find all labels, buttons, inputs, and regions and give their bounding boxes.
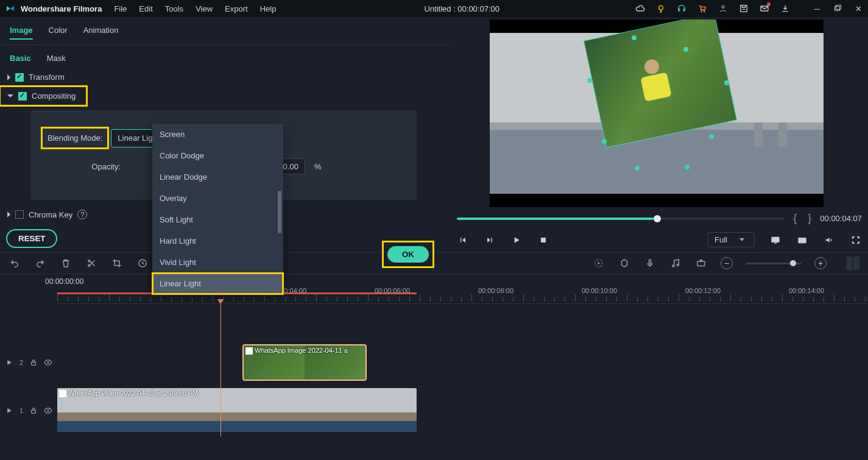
help-icon[interactable]: ? — [77, 210, 87, 219]
timeline: 00:00:00:00 00:00:04:0000:00:06:0000:00:… — [0, 274, 868, 437]
selection-handle[interactable] — [587, 78, 592, 83]
option-linear-dodge[interactable]: Linear Dodge — [152, 166, 283, 188]
seek-thumb[interactable] — [654, 215, 661, 222]
svg-point-13 — [88, 260, 90, 262]
tab-color[interactable]: Color — [49, 26, 68, 40]
overlay-clip[interactable]: WhatsApp Image 2022-04-11 a — [244, 345, 365, 380]
redo-icon[interactable] — [34, 257, 46, 269]
cart-icon[interactable] — [697, 4, 707, 13]
ruler-label: 00:00:08:00 — [478, 287, 513, 294]
snapshot-icon[interactable] — [796, 234, 808, 246]
crop-icon[interactable] — [111, 257, 123, 269]
selection-handle[interactable] — [709, 134, 714, 139]
eye-icon[interactable] — [44, 406, 52, 415]
compositing-checkbox[interactable] — [18, 92, 27, 101]
svg-point-18 — [677, 264, 679, 266]
speed-icon[interactable] — [136, 257, 149, 269]
svg-rect-16 — [649, 260, 651, 264]
selection-handle[interactable] — [635, 166, 640, 171]
zoom-thumb[interactable] — [790, 260, 796, 266]
option-linear-light[interactable]: Linear Light — [152, 273, 283, 294]
chroma-label: Chroma Key — [29, 210, 72, 219]
maximize-icon[interactable] — [833, 4, 842, 13]
video-track-1: 1 WhateApp Video 2022-04-12 at 2.09.56 P… — [0, 384, 868, 437]
stop-icon[interactable] — [537, 234, 549, 246]
timeline-mini-icon[interactable] — [846, 257, 859, 270]
audio-waveform — [57, 421, 417, 432]
option-hard-light[interactable]: Hard Light — [152, 230, 283, 252]
dropdown-scrollbar[interactable] — [278, 191, 281, 233]
svg-point-12 — [88, 264, 90, 266]
clip-label: WhateApp Video 2022-04-12 at 2.09.56 PM — [68, 389, 198, 397]
mark-in-icon[interactable]: { — [793, 212, 797, 225]
transform-checkbox[interactable] — [15, 73, 24, 82]
support-icon[interactable] — [677, 4, 686, 13]
render-icon[interactable] — [593, 257, 605, 269]
section-compositing[interactable]: Compositing — [0, 87, 86, 105]
step-fwd-icon[interactable] — [484, 234, 496, 246]
step-back-icon[interactable] — [457, 234, 469, 246]
fullscreen-icon[interactable] — [850, 234, 862, 246]
option-soft-light[interactable]: Soft Light — [152, 209, 283, 230]
opacity-unit: % — [314, 162, 322, 171]
selection-handle[interactable] — [685, 165, 690, 169]
menu-view[interactable]: View — [196, 4, 213, 13]
subtab-mask[interactable]: Mask — [47, 54, 66, 63]
eye-icon[interactable] — [44, 358, 52, 367]
option-color-dodge[interactable]: Color Dodge — [152, 145, 283, 166]
undo-icon[interactable] — [9, 257, 21, 269]
zoom-slider[interactable] — [746, 263, 801, 264]
zoom-in-icon[interactable]: + — [814, 257, 827, 269]
track-head-1: 1 — [0, 406, 57, 415]
selection-handle[interactable] — [632, 35, 637, 40]
minimize-icon[interactable]: ─ — [812, 4, 822, 13]
section-transform[interactable]: Transform — [0, 68, 451, 87]
close-icon[interactable]: ✕ — [853, 4, 863, 13]
option-overlay[interactable]: Overlay — [152, 188, 283, 209]
preview-seekbar[interactable] — [457, 218, 785, 220]
volume-icon[interactable] — [823, 234, 835, 246]
preview-timecode: 00:00:04:07 — [820, 214, 862, 223]
quality-select[interactable]: Full — [708, 232, 755, 247]
playhead[interactable] — [221, 304, 221, 437]
chevron-down-icon — [739, 238, 744, 241]
delete-icon[interactable] — [60, 257, 72, 269]
keyframe-icon[interactable] — [695, 257, 707, 269]
menu-file[interactable]: File — [114, 4, 127, 13]
menu-help[interactable]: Help — [260, 4, 277, 13]
collapse-icon — [7, 94, 13, 97]
subtab-basic[interactable]: Basic — [10, 54, 31, 63]
menu-export[interactable]: Export — [225, 4, 248, 13]
lock-icon[interactable] — [29, 358, 38, 367]
preview-viewport[interactable] — [490, 19, 824, 207]
tab-animation[interactable]: Animation — [83, 26, 119, 40]
cut-icon[interactable] — [85, 257, 97, 269]
marker-icon[interactable] — [618, 257, 630, 269]
idea-icon[interactable] — [656, 4, 666, 13]
tab-image[interactable]: Image — [10, 26, 33, 40]
mark-out-icon[interactable]: } — [808, 212, 811, 225]
ok-button[interactable]: OK — [387, 246, 429, 263]
audio-mixer-icon[interactable] — [669, 257, 682, 269]
selection-handle[interactable] — [724, 80, 729, 85]
option-vivid-light[interactable]: Vivid Light — [152, 252, 283, 273]
play-icon[interactable] — [510, 234, 523, 246]
option-screen[interactable]: Screen — [152, 124, 283, 145]
selection-handle[interactable] — [602, 139, 607, 144]
voiceover-icon[interactable] — [644, 257, 656, 269]
reset-button[interactable]: RESET — [6, 229, 57, 248]
lock-icon[interactable] — [29, 406, 38, 415]
save-icon[interactable] — [739, 4, 749, 13]
display-icon[interactable] — [769, 234, 782, 246]
mail-icon[interactable] — [760, 4, 769, 13]
blend-mode-dropdown[interactable]: Screen Color Dodge Linear Dodge Overlay … — [152, 124, 283, 294]
menu-edit[interactable]: Edit — [139, 4, 152, 13]
zoom-out-icon[interactable]: − — [721, 257, 733, 269]
download-icon[interactable] — [780, 4, 790, 13]
cloud-icon[interactable] — [635, 4, 645, 13]
chroma-checkbox[interactable] — [15, 210, 24, 219]
selection-handle[interactable] — [683, 47, 688, 52]
user-icon[interactable] — [718, 4, 728, 13]
menu-tools[interactable]: Tools — [165, 4, 183, 13]
main-video-clip[interactable]: WhateApp Video 2022-04-12 at 2.09.56 PM — [57, 388, 417, 432]
